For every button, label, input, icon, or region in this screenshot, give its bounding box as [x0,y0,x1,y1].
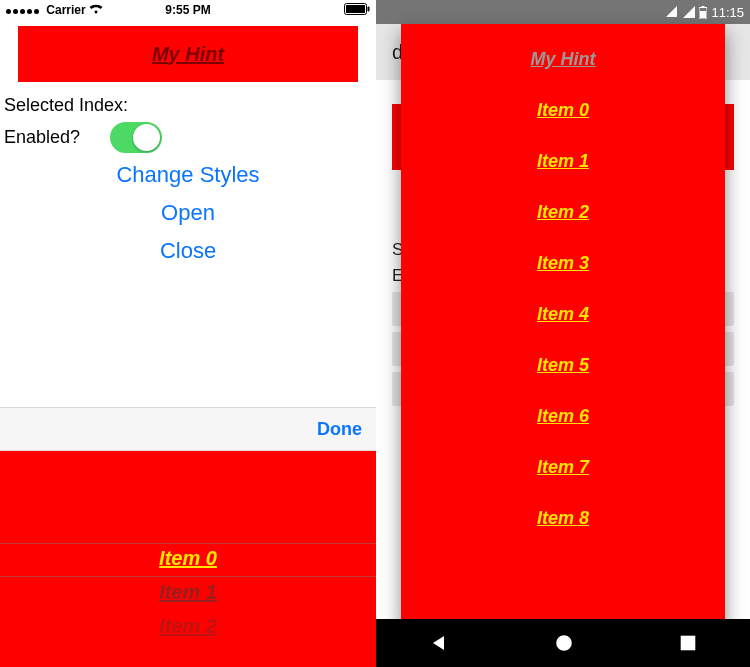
android-nav-bar [376,619,750,667]
hint-text: My Hint [152,43,224,66]
android-status-bar: x 11:15 [376,0,750,24]
close-button[interactable]: Close [0,232,376,270]
change-styles-button[interactable]: Change Styles [0,156,376,194]
ios-picker[interactable]: Item 0 Item 1 Item 2 [0,451,376,667]
list-item[interactable]: Item 3 [537,238,589,289]
list-item[interactable]: Item 0 [537,85,589,136]
picker-item[interactable]: Item 1 [0,575,376,609]
svg-text:x: x [667,7,670,13]
selected-index-label: Selected Index: [0,92,376,119]
enabled-row: Enabled? [0,119,376,156]
network-x-icon: x [665,6,679,18]
android-dropdown-list: My Hint Item 0 Item 1 Item 2 Item 3 Item… [401,24,725,544]
android-screen: x 11:15 demo Sele Enal My Hint Item 0 It… [376,0,750,667]
ios-status-bar: Carrier 9:55 PM [0,0,376,20]
svg-rect-9 [682,637,695,650]
svg-rect-6 [700,11,706,18]
clock-label: 11:15 [711,5,744,20]
list-item[interactable]: Item 8 [537,493,589,544]
dropdown-hint[interactable]: My Hint [531,34,596,85]
picker-item[interactable]: Item 2 [0,609,376,643]
enabled-label: Enabled? [4,127,80,148]
recent-icon[interactable] [680,635,696,651]
list-item[interactable]: Item 5 [537,340,589,391]
picker-item[interactable]: Item 0 [0,541,376,575]
open-button[interactable]: Open [0,194,376,232]
list-item[interactable]: Item 7 [537,442,589,493]
back-icon[interactable] [430,634,448,652]
android-dropdown-popup[interactable]: My Hint Item 0 Item 1 Item 2 Item 3 Item… [401,24,725,627]
home-icon[interactable] [555,634,573,652]
battery-icon [699,6,707,19]
svg-rect-5 [702,6,705,8]
clock-label: 9:55 PM [0,3,376,17]
picker-toolbar: Done [0,407,376,451]
signal-icon [683,6,695,18]
list-item[interactable]: Item 6 [537,391,589,442]
enabled-switch[interactable] [110,122,162,153]
ios-screen: Carrier 9:55 PM My Hint Selected Index: … [0,0,376,667]
svg-point-8 [560,639,568,647]
list-item[interactable]: Item 1 [537,136,589,187]
hint-dropdown[interactable]: My Hint [18,26,358,82]
list-item[interactable]: Item 4 [537,289,589,340]
list-item[interactable]: Item 2 [537,187,589,238]
done-button[interactable]: Done [317,419,362,440]
